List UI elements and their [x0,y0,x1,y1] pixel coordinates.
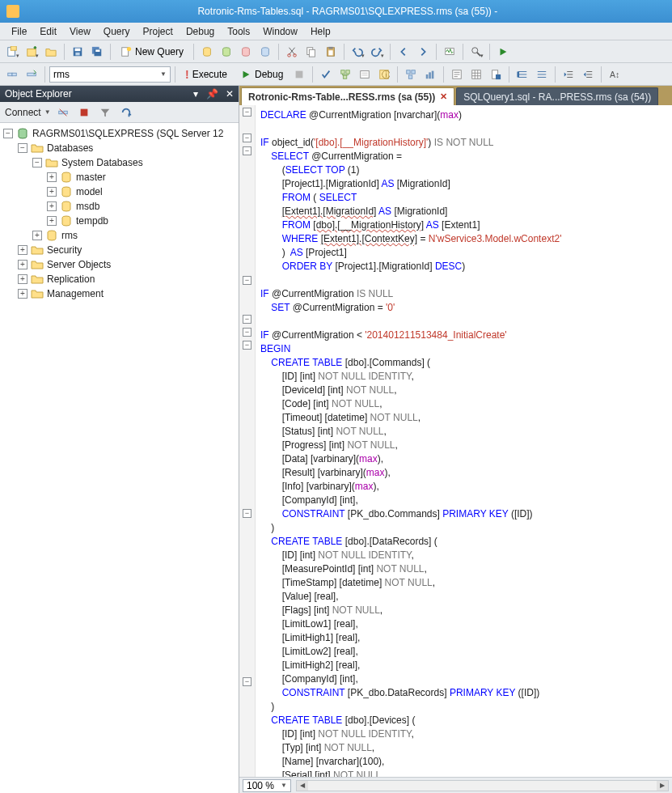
tree-node-security[interactable]: + Security [0,243,239,257]
dropdown-position-icon[interactable]: ▾ [193,88,198,100]
intellisense-button[interactable]: ⓘ [375,66,393,83]
expand-icon[interactable]: + [47,187,57,197]
connect-button[interactable] [3,66,21,83]
collapse-icon[interactable]: − [3,129,13,138]
close-icon[interactable]: ✕ [440,91,447,102]
fold-icon[interactable]: − [243,108,251,117]
find-button[interactable] [467,43,485,61]
disconnect-button[interactable] [54,104,72,121]
results-to-grid-button[interactable] [467,66,485,83]
tree-node-tempdb[interactable]: + tempdb [0,214,239,228]
fold-icon[interactable]: − [243,134,251,142]
cut-button[interactable] [283,43,301,61]
menu-edit[interactable]: Edit [33,24,63,39]
tree-node-server-objects[interactable]: + Server Objects [0,257,239,272]
include-statistics-button[interactable] [421,66,439,83]
tree-node-databases[interactable]: − Databases [0,141,239,155]
nav-forward-button[interactable] [414,43,432,61]
fold-icon[interactable]: − [243,677,251,686]
stop-button[interactable] [75,104,93,121]
tree-node-server[interactable]: − RAGRMS01\SQLEXPRESS (SQL Server 12 [0,126,239,141]
new-query-button[interactable]: New Query [115,43,189,61]
menu-view[interactable]: View [63,24,97,39]
save-all-button[interactable] [88,43,106,61]
tree-node-model[interactable]: + model [0,184,239,199]
increase-indent-button[interactable] [579,66,597,83]
fold-icon[interactable]: − [243,146,251,155]
parse-button[interactable] [317,66,335,83]
fold-icon[interactable]: − [243,509,251,518]
scroll-right-icon[interactable]: ▶ [657,781,668,791]
redo-button[interactable] [368,43,386,61]
expand-icon[interactable]: + [18,274,27,284]
include-actual-plan-button[interactable] [402,66,420,83]
execute-button[interactable]: ! Execute [180,66,233,83]
zoom-combo[interactable]: 100 % ▼ [243,779,291,792]
expand-icon[interactable]: + [47,216,57,226]
refresh-button[interactable] [117,104,135,121]
db-engine-query-icon[interactable] [198,43,216,61]
change-connection-button[interactable] [23,66,40,83]
tree-node-master[interactable]: + master [0,170,239,184]
tree-node-msdb[interactable]: + msdb [0,199,239,214]
decrease-indent-button[interactable] [560,66,577,83]
horizontal-scrollbar[interactable]: ◀ ▶ [296,780,669,791]
tab-active[interactable]: Rotronic-Rms-Table...RESS.rms (sa (55)) … [241,87,454,105]
fold-icon[interactable]: − [243,315,251,324]
copy-button[interactable] [302,43,320,61]
chevron-down-icon[interactable]: ▼ [44,108,51,116]
fold-icon[interactable]: − [243,341,251,350]
code-editor[interactable]: − − − − − − − − − DECLARE @CurrentMigrat… [239,105,672,777]
menu-query[interactable]: Query [97,24,137,39]
undo-button[interactable] [349,43,366,61]
expand-icon[interactable]: + [47,172,57,182]
uncomment-button[interactable] [533,66,551,83]
comment-button[interactable] [514,66,531,83]
fold-icon[interactable]: − [243,276,251,285]
tree-node-management[interactable]: + Management [0,286,239,301]
code-text[interactable]: DECLARE @CurrentMigration [nvarchar](max… [256,105,672,777]
menu-file[interactable]: File [5,24,33,39]
dmx-query-icon[interactable] [237,43,255,61]
database-combo[interactable]: rms ▼ [49,66,171,83]
menu-tools[interactable]: Tools [221,24,256,39]
start-button[interactable] [494,43,512,61]
collapse-icon[interactable]: − [18,143,27,153]
xmla-query-icon[interactable] [256,43,274,61]
tree-node-rms[interactable]: + rms [0,228,239,243]
save-button[interactable] [69,43,87,61]
expand-icon[interactable]: + [32,231,42,240]
menu-help[interactable]: Help [304,24,337,39]
activity-monitor-button[interactable] [441,43,459,61]
expand-icon[interactable]: + [18,289,27,299]
collapse-icon[interactable]: − [32,158,42,168]
menu-debug[interactable]: Debug [180,24,221,39]
pin-icon[interactable]: 📌 [206,88,218,100]
expand-icon[interactable]: + [18,260,27,269]
expand-icon[interactable]: + [18,245,27,255]
filter-button[interactable] [96,104,114,121]
new-project-button[interactable] [3,43,21,61]
menu-project[interactable]: Project [137,24,180,39]
estimated-plan-button[interactable] [336,66,354,83]
close-icon[interactable]: ✕ [226,88,234,100]
nav-back-button[interactable] [395,43,412,61]
open-button[interactable] [42,43,60,61]
results-to-file-button[interactable] [487,66,505,83]
mdx-query-icon[interactable] [218,43,235,61]
tree-node-replication[interactable]: + Replication [0,272,239,286]
object-explorer-tree[interactable]: − RAGRMS01\SQLEXPRESS (SQL Server 12 − D… [0,123,239,793]
scroll-left-icon[interactable]: ◀ [297,781,308,791]
tree-node-system-databases[interactable]: − System Databases [0,155,239,170]
query-options-button[interactable] [356,66,374,83]
tab-inactive[interactable]: SQLQuery1.sql - RA...PRESS.rms (sa (54)) [456,87,658,105]
specify-template-values-button[interactable]: A↕ [606,66,623,83]
connect-label[interactable]: Connect [3,107,43,118]
results-to-text-button[interactable] [448,66,466,83]
fold-icon[interactable]: − [243,328,251,337]
add-item-button[interactable] [23,43,40,61]
cancel-query-button[interactable] [290,66,308,83]
menu-window[interactable]: Window [256,24,304,39]
expand-icon[interactable]: + [47,201,57,211]
paste-button[interactable] [322,43,340,61]
